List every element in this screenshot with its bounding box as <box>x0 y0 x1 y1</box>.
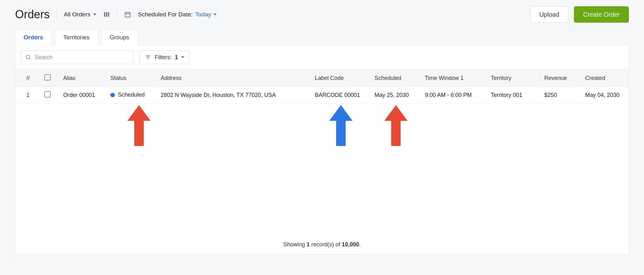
footer-middle: record(s) of <box>310 241 342 248</box>
cell-address: 2802 N Wayside Dr, Houston, TX 77020, US… <box>157 87 311 103</box>
table-empty-space <box>15 152 629 234</box>
upload-button[interactable]: Upload <box>530 6 568 23</box>
footer-suffix: . <box>359 241 361 248</box>
checkbox-icon[interactable] <box>44 74 51 81</box>
toolbar: Filters: 1 <box>15 45 629 69</box>
search-input-wrap[interactable] <box>20 50 134 64</box>
svg-marker-17 <box>384 105 408 146</box>
tabs: Orders Territories Groups <box>15 29 629 45</box>
svg-marker-15 <box>127 105 151 146</box>
columns-icon[interactable] <box>103 11 110 18</box>
all-orders-dropdown[interactable]: All Orders <box>64 11 96 18</box>
annotation-arrows <box>15 105 629 152</box>
chevron-down-icon <box>181 56 184 58</box>
col-timewindow[interactable]: Time Window 1 <box>421 70 487 86</box>
svg-rect-0 <box>104 12 105 17</box>
col-scheduled[interactable]: Scheduled <box>371 70 421 86</box>
cell-revenue: $250 <box>541 87 581 103</box>
scheduled-for-value: Today <box>195 11 211 18</box>
footer-shown: 1 <box>307 241 310 248</box>
cell-select[interactable] <box>41 87 59 104</box>
arrow-scheduled-red <box>384 105 408 146</box>
filter-icon <box>145 54 152 61</box>
header-right: Upload Create Order <box>530 6 629 23</box>
cell-timewindow: 9:00 AM - 6:00 PM <box>421 87 487 103</box>
filters-button[interactable]: Filters: 1 <box>139 50 190 64</box>
checkbox-icon[interactable] <box>44 91 51 98</box>
svg-line-8 <box>30 59 31 60</box>
search-input[interactable] <box>35 54 129 61</box>
table-row[interactable]: 1 Order 00001 Scheduled 2802 N Wayside D… <box>15 87 629 104</box>
filters-label: Filters: <box>155 54 172 61</box>
status-dot-icon <box>110 93 115 97</box>
table-footer: Showing 1 record(s) of 10,000. <box>15 234 629 254</box>
chevron-down-icon <box>214 14 217 15</box>
status-text: Scheduled <box>118 92 145 98</box>
scheduled-for-label: Scheduled For Date: <box>138 11 193 18</box>
tab-groups[interactable]: Groups <box>101 29 138 45</box>
arrow-status-red <box>127 105 151 146</box>
col-select[interactable] <box>41 70 59 87</box>
cell-alias: Order 00001 <box>59 87 107 103</box>
footer-total: 10,000 <box>342 241 359 248</box>
col-num[interactable]: # <box>15 70 41 87</box>
cell-num: 1 <box>15 87 41 103</box>
svg-rect-3 <box>125 13 130 17</box>
col-created[interactable]: Created <box>581 70 629 86</box>
footer-prefix: Showing <box>283 241 307 248</box>
orders-table: # Alias Status Address Label Code Schedu… <box>15 69 629 152</box>
tab-orders[interactable]: Orders <box>15 29 52 45</box>
tab-territories[interactable]: Territories <box>55 29 98 45</box>
cell-labelcode: BARCODE 00001 <box>311 87 371 103</box>
col-labelcode[interactable]: Label Code <box>311 70 371 86</box>
all-orders-label: All Orders <box>64 11 90 18</box>
filters-count: 1 <box>175 54 178 61</box>
col-alias[interactable]: Alias <box>59 70 107 86</box>
search-icon <box>25 54 31 61</box>
scheduled-for-date[interactable]: Scheduled For Date: Today <box>138 11 217 18</box>
divider <box>117 10 117 19</box>
svg-point-7 <box>26 55 30 59</box>
svg-marker-16 <box>329 105 353 146</box>
col-status[interactable]: Status <box>107 70 157 86</box>
table-header: # Alias Status Address Label Code Schedu… <box>15 69 629 87</box>
orders-panel: Filters: 1 # Alias Status Address Label … <box>15 45 629 255</box>
svg-rect-1 <box>106 12 107 17</box>
cell-status: Scheduled <box>107 87 157 103</box>
page-header: Orders All Orders Scheduled For Date: To… <box>15 6 629 23</box>
col-address[interactable]: Address <box>157 70 311 86</box>
col-territory[interactable]: Territory <box>487 70 541 86</box>
divider <box>57 10 57 19</box>
calendar-icon[interactable] <box>124 11 131 18</box>
header-left: Orders All Orders Scheduled For Date: To… <box>15 8 217 21</box>
cell-territory: Territory 001 <box>487 87 541 103</box>
page-title: Orders <box>15 8 50 21</box>
arrow-labelcode-blue <box>329 105 353 146</box>
svg-rect-2 <box>108 12 109 17</box>
chevron-down-icon <box>93 14 96 15</box>
col-revenue[interactable]: Revenue <box>541 70 581 86</box>
create-order-button[interactable]: Create Order <box>574 6 629 23</box>
cell-created: May 04, 2030 <box>581 87 629 103</box>
cell-scheduled: May 25, 2030 <box>371 87 421 103</box>
